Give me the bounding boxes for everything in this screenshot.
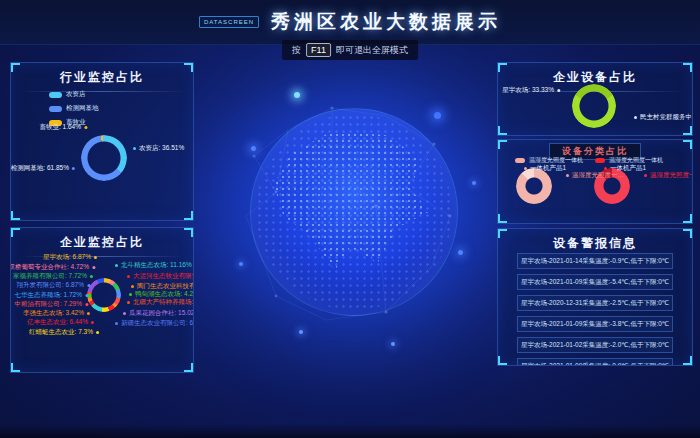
device-left-donut-chart[interactable] <box>516 168 552 204</box>
legend-swatch <box>515 158 525 163</box>
label-dot <box>133 147 136 150</box>
chart-label: 中粮油有限公司: 7.29% <box>14 300 88 308</box>
label-dot <box>123 312 126 315</box>
footer-shade <box>0 424 700 438</box>
industry-donut-chart[interactable] <box>81 135 127 181</box>
label-dot <box>72 167 75 170</box>
alarm-row: 星宇农场-2021-01-09采集温度:-5.4℃,低于下限:0℃ <box>517 274 673 290</box>
label-dot <box>644 174 647 177</box>
title-divider <box>19 91 185 92</box>
chart-label: 农资店: 36.51% <box>133 144 184 152</box>
legend-swatch <box>49 120 62 126</box>
glow-dot <box>472 181 476 185</box>
alarm-row: 星宇农场-2021-01-02采集温度:-2.0℃,低于下限:0℃ <box>517 337 673 353</box>
chart-label: 检测网基地: 61.85% <box>11 164 75 172</box>
label-dot <box>127 275 130 278</box>
glow-dot <box>458 250 463 255</box>
chart-label: 星宇农场: 6.87% <box>43 253 97 261</box>
legend-item: 检测网基地 <box>49 104 99 113</box>
panel-device-classification: 设备分类占比 温湿度光照度一体机 温湿度光照度一体机 一体机产品1温湿度光照度一… <box>497 139 693 224</box>
label-dot <box>131 285 134 288</box>
chart-label: 李强生态农场: 3.42% <box>23 309 90 317</box>
fullscreen-tip: 按 F11 即可退出全屏模式 <box>282 40 418 60</box>
label-dot <box>634 116 637 119</box>
chart-label: 温湿度光照度一… <box>644 171 693 179</box>
glow-dot <box>299 330 303 334</box>
label-dot <box>115 264 118 267</box>
network-lines-overlay <box>236 96 470 330</box>
chart-label: 七华生态养殖场: 1.72% <box>14 291 88 299</box>
f11-key-hint: F11 <box>306 43 331 57</box>
label-dot <box>129 293 132 296</box>
chart-label: 鸭甸湖生态农场: 4.29% <box>129 290 194 298</box>
label-dot <box>566 174 569 177</box>
glow-dot <box>251 146 256 151</box>
label-dot <box>90 275 93 278</box>
device-right-donut-chart[interactable] <box>594 168 630 204</box>
panel-device-alarms: 设备警报信息 星宇农场-2021-01-14采集温度:-0.9℃,低于下限:0℃… <box>497 228 693 366</box>
chart-label: 大运河生态牧业有限责任公 <box>127 272 194 280</box>
glow-dot <box>391 342 395 346</box>
title-divider <box>19 256 185 257</box>
equipment-donut-chart[interactable] <box>572 84 616 128</box>
chart-label: 北疆大产特种养殖场: 1. <box>127 298 194 306</box>
legend-swatch <box>595 158 605 163</box>
label-dot <box>87 312 90 315</box>
legend-item: 农资店 <box>49 90 99 99</box>
device-left-legend: 温湿度光照度一体机 <box>515 156 583 165</box>
dashboard: DATASCREEN 秀洲区农业大数据展示 按 F11 即可退出全屏模式 行业监… <box>0 0 700 438</box>
header: DATASCREEN 秀洲区农业大数据展示 <box>0 0 700 45</box>
glow-dot <box>434 112 441 119</box>
panel-enterprise-monitor: 企业监控占比 星宇农场: 6.87%双桥葡萄专业合作社: 4.72%家福养殖有限… <box>10 227 194 373</box>
chart-label: 新疆生态农业有限公司: 6.87% <box>115 319 194 327</box>
label-dot <box>127 301 130 304</box>
glow-dot <box>294 92 300 98</box>
tip-prefix: 按 <box>292 44 301 57</box>
panel-title: 行业监控占比 <box>11 63 193 86</box>
chart-label: 家福养殖有限公司: 7.72% <box>13 272 93 280</box>
device-right-legend: 温湿度光照度一体机 <box>595 156 663 165</box>
chart-label: 民主村党群服务中心: <box>634 113 693 121</box>
glow-dot <box>239 262 243 266</box>
enterprise-donut-chart[interactable] <box>87 278 121 312</box>
legend-swatch <box>49 92 62 98</box>
panel-title: 企业设备占比 <box>498 63 692 86</box>
legend-item: 畜牧业 <box>49 118 99 127</box>
chart-label: 星宇农场: 33.33% <box>502 86 560 94</box>
alarm-row: 星宇农场-2021-01-14采集温度:-0.9℃,低于下限:0℃ <box>517 253 673 269</box>
label-dot <box>115 322 118 325</box>
chart-label: 翔升发有限公司: 6.87% <box>16 281 90 289</box>
label-dot <box>85 303 88 306</box>
alarm-row: 星宇农场-2021-01-09采集温度:-3.8℃,低于下限:0℃ <box>517 316 673 332</box>
chart-label: 红蜻蜓生态农业: 7.3% <box>29 328 99 336</box>
chart-label: 北斗精生态农场: 11.16% <box>115 261 192 269</box>
panel-industry-monitor: 行业监控占比 农资店检测网基地畜牧业 畜牧业: 1.64%农资店: 36.51%… <box>10 62 194 221</box>
alarm-row: 星宇农场-2021-01-09采集温度:-0.9℃,低于下限:0℃ <box>517 358 673 366</box>
chart-label: 双桥葡萄专业合作社: 4.72% <box>10 263 95 271</box>
panel-title: 企业监控占比 <box>11 228 193 251</box>
alarm-list[interactable]: 星宇农场-2021-01-14采集温度:-0.9℃,低于下限:0℃星宇农场-20… <box>517 253 673 361</box>
label-dot <box>91 321 94 324</box>
chart-label: 亿丰生态农业: 6.44% <box>27 318 94 326</box>
industry-legend: 农资店检测网基地畜牧业 <box>49 90 99 127</box>
logo-badge: DATASCREEN <box>199 16 259 28</box>
tip-suffix: 即可退出全屏模式 <box>336 44 408 57</box>
panel-title: 设备警报信息 <box>498 229 692 252</box>
legend-item: 温湿度光照度一体机 <box>515 156 583 165</box>
label-dot <box>92 266 95 269</box>
label-dot <box>96 331 99 334</box>
alarm-row: 星宇农场-2020-12-31采集温度:-2.5℃,低于下限:0℃ <box>517 295 673 311</box>
chart-label: 瓜果花园合作社: 15.02% <box>123 309 194 317</box>
page-title: 秀洲区农业大数据展示 <box>271 9 501 35</box>
legend-swatch <box>49 106 62 112</box>
chart-label: 陶门生态农业科技有限公 <box>131 282 194 290</box>
panel-enterprise-equipment: 企业设备占比 星宇农场: 33.33%民主村党群服务中心: <box>497 62 693 136</box>
legend-item: 温湿度光照度一体机 <box>595 156 663 165</box>
